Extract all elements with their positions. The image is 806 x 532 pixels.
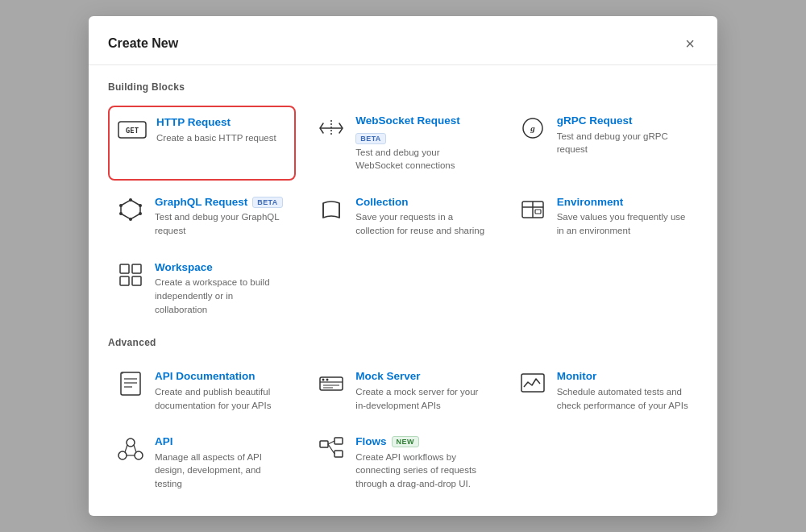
workspace-content: Workspace Create a workspace to build in… [155,260,288,317]
building-blocks-label: Building Blocks [108,81,698,93]
mock-server-name: Mock Server [355,369,420,384]
svg-rect-40 [320,441,328,447]
collection-icon [317,195,346,224]
svg-point-8 [139,204,142,207]
svg-point-30 [326,379,329,381]
collection-name: Collection [355,195,408,210]
close-button[interactable]: × [682,32,698,55]
modal-overlay: Create New × Building Blocks GET [0,0,806,532]
advanced-label: Advanced [108,337,698,348]
http-request-item[interactable]: GET HTTP Request Create a basic HTTP req… [108,106,296,181]
api-documentation-desc: Create and publish beautiful documentati… [155,385,288,412]
websocket-beta-badge: BETA [355,133,385,144]
graphql-content: GraphQL Request BETA Test and debug your… [155,195,288,238]
http-request-desc: Create a basic HTTP request [156,131,286,145]
mock-server-icon [317,369,346,398]
api-name: API [155,434,173,449]
svg-rect-20 [132,264,141,273]
advanced-grid: API Documentation Create and publish bea… [108,361,698,498]
http-request-title: HTTP Request [156,115,286,130]
grpc-content: gRPC Request Test and debug your gRPC re… [557,114,690,156]
websocket-request-item[interactable]: WebSocket Request BETA Test and debug yo… [309,106,496,181]
environment-icon [518,195,547,224]
svg-rect-21 [120,276,129,285]
graphql-beta-badge: BETA [252,197,282,208]
graphql-request-item[interactable]: GraphQL Request BETA Test and debug your… [108,187,296,246]
svg-line-44 [328,444,334,454]
svg-point-10 [129,218,132,221]
svg-text:g: g [530,123,535,133]
environment-title: Environment [557,195,690,210]
svg-point-29 [322,379,325,381]
http-request-icon: GET [118,115,147,144]
svg-rect-23 [121,372,140,395]
graphql-desc: Test and debug your GraphQL request [155,210,288,237]
monitor-title: Monitor [557,369,690,384]
api-item[interactable]: API Manage all aspects of API design, de… [108,426,296,499]
create-new-modal: Create New × Building Blocks GET [89,16,717,516]
flows-item[interactable]: Flows NEW Create API workflows by connec… [309,426,496,499]
grpc-name: gRPC Request [557,114,633,128]
workspace-desc: Create a workspace to build independentl… [155,276,288,316]
graphql-name: GraphQL Request [155,195,247,210]
modal-header: Create New × [89,16,717,65]
svg-rect-41 [334,438,343,444]
mock-server-title: Mock Server [355,369,488,384]
collection-desc: Save your requests in a collection for r… [355,210,488,237]
graphql-icon [116,195,145,224]
mock-server-content: Mock Server Create a mock server for you… [355,369,488,412]
api-content: API Manage all aspects of API design, de… [155,434,288,491]
svg-line-37 [125,445,127,452]
svg-line-38 [134,445,136,452]
api-documentation-name: API Documentation [155,369,256,384]
environment-item[interactable]: Environment Save values you frequently u… [510,187,698,246]
monitor-desc: Schedule automated tests and check perfo… [557,385,690,412]
svg-point-36 [135,451,143,459]
collection-item[interactable]: Collection Save your requests in a colle… [309,187,496,246]
workspace-title: Workspace [155,260,288,275]
monitor-icon [518,369,547,398]
flows-title: Flows NEW [355,434,488,449]
grpc-request-item[interactable]: g gRPC Request Test and debug your gRPC … [510,106,698,181]
grpc-title: gRPC Request [557,114,690,128]
mock-server-desc: Create a mock server for your in-develop… [355,385,488,412]
api-desc: Manage all aspects of API design, develo… [155,451,288,491]
websocket-desc: Test and debug your WebSocket connection… [355,146,488,172]
building-blocks-grid: GET HTTP Request Create a basic HTTP req… [108,106,698,324]
collection-title: Collection [355,195,488,210]
api-documentation-content: API Documentation Create and publish bea… [155,369,288,412]
svg-rect-42 [334,451,343,457]
monitor-content: Monitor Schedule automated tests and che… [557,369,690,412]
api-documentation-item[interactable]: API Documentation Create and publish bea… [108,361,296,420]
workspace-icon [116,260,145,289]
environment-desc: Save values you frequently use in an env… [557,210,690,237]
flows-icon [317,434,346,463]
environment-content: Environment Save values you frequently u… [557,195,690,238]
svg-line-43 [328,441,334,444]
monitor-name: Monitor [557,369,597,384]
svg-point-34 [127,438,135,447]
workspace-item[interactable]: Workspace Create a workspace to build in… [108,252,296,325]
websocket-title: WebSocket Request BETA [355,114,488,144]
grpc-icon: g [518,114,547,143]
modal-title: Create New [108,36,178,51]
graphql-title: GraphQL Request BETA [155,195,288,210]
mock-server-item[interactable]: Mock Server Create a mock server for you… [309,361,496,420]
flows-new-badge: NEW [392,436,419,447]
svg-text:GET: GET [126,127,139,135]
workspace-name: Workspace [155,260,213,275]
api-title: API [155,434,288,449]
svg-rect-19 [120,264,129,273]
http-request-name: HTTP Request [156,115,231,130]
svg-point-7 [129,198,132,202]
websocket-name: WebSocket Request [355,114,460,128]
svg-point-11 [119,212,123,215]
flows-content: Flows NEW Create API workflows by connec… [355,434,488,491]
websocket-content: WebSocket Request BETA Test and debug yo… [355,114,488,172]
monitor-item[interactable]: Monitor Schedule automated tests and che… [510,361,698,420]
api-documentation-icon [116,369,145,398]
svg-point-12 [119,204,123,207]
svg-marker-6 [121,200,140,219]
environment-name: Environment [557,195,624,210]
svg-point-9 [139,212,142,215]
